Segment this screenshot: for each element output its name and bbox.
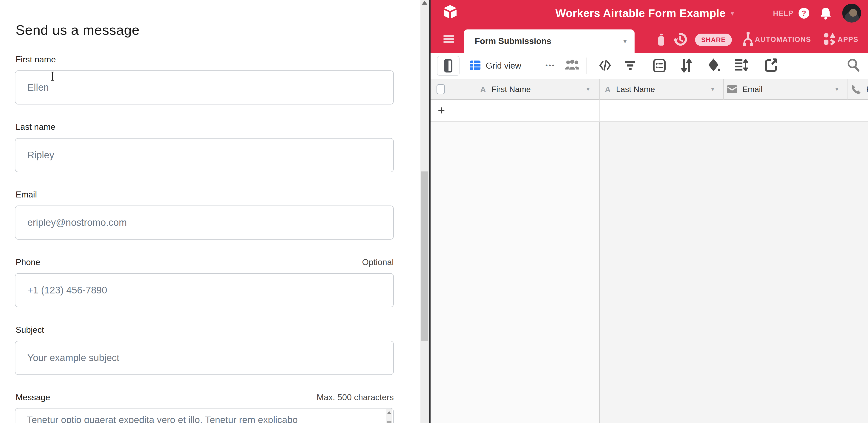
subject-label: Subject (16, 325, 44, 335)
last-name-label: Last name (16, 122, 55, 132)
subject-input[interactable]: Your example subject (15, 341, 394, 375)
base-title-menu[interactable]: Workers Airtable Form Example ▾ (555, 0, 734, 27)
form-heading: Send us a message (16, 22, 140, 38)
apps-button[interactable]: APPS (838, 27, 858, 53)
filter-bar (625, 61, 635, 63)
sidebar-menu-icon[interactable] (443, 35, 454, 43)
column-divider[interactable] (599, 79, 599, 100)
column-label: Last Name (616, 85, 655, 94)
column-label: P (866, 85, 868, 94)
hamburger-bar (443, 38, 454, 40)
column-divider[interactable] (847, 79, 848, 100)
text-field-type-icon: A (605, 85, 611, 94)
view-switcher[interactable]: Grid view (486, 53, 521, 79)
grid-empty-area-left (431, 122, 599, 423)
chevron-down-icon[interactable]: ▾ (587, 86, 590, 92)
add-row[interactable]: + (431, 100, 868, 122)
ellipsis-icon: ••• (546, 62, 555, 69)
history-icon[interactable] (674, 32, 687, 47)
notifications-bell-icon[interactable] (820, 7, 831, 20)
help-label: HELP (773, 9, 794, 18)
column-header-last-name[interactable]: A Last Name (605, 79, 655, 100)
chevron-down-icon[interactable]: ▾ (835, 86, 839, 92)
column-header-first-name[interactable]: A First Name (480, 79, 531, 100)
base-title: Workers Airtable Form Example (555, 7, 725, 20)
filter-bar (629, 68, 631, 70)
phone-input[interactable]: +1 (123) 456-7890 (15, 273, 394, 307)
search-icon[interactable] (847, 58, 860, 72)
filter-bar (627, 64, 633, 66)
collaborators-icon[interactable] (565, 59, 580, 71)
apps-icon[interactable] (824, 32, 836, 46)
screen: Send us a message First name Ellen Last … (0, 0, 868, 423)
last-name-placeholder: Ripley (27, 150, 54, 161)
share-label: SHARE (701, 36, 726, 44)
view-sidebar-toggle-button[interactable] (437, 56, 460, 76)
message-text: Tenetur optio quaerat expedita vero et i… (27, 415, 298, 423)
message-textarea[interactable]: Tenetur optio quaerat expedita vero et i… (15, 408, 394, 423)
help-question-icon[interactable]: ? (799, 8, 809, 19)
chevron-down-icon: ▾ (731, 10, 734, 17)
hamburger-bar (443, 41, 454, 43)
pane-divider[interactable] (429, 0, 431, 423)
page-scrollbar-thumb[interactable] (421, 172, 428, 341)
scroll-up-icon[interactable] (387, 411, 391, 414)
sidebar-panel-icon (444, 59, 453, 72)
phone-field-type-icon (851, 84, 862, 95)
message-scrollbar-thumb[interactable] (387, 421, 392, 423)
page-scrollbar[interactable] (421, 0, 429, 423)
email-field-type-icon (727, 85, 737, 93)
group-icon[interactable] (653, 59, 665, 72)
view-name: Grid view (486, 61, 521, 71)
share-view-icon[interactable] (765, 58, 777, 72)
form-pane: Send us a message First name Ellen Last … (0, 0, 421, 423)
message-label: Message (16, 393, 50, 402)
row-height-icon[interactable] (735, 59, 748, 71)
column-divider[interactable] (723, 79, 724, 100)
chevron-down-icon: ▾ (623, 38, 627, 44)
message-maxchars-note: Max. 500 characters (279, 393, 394, 402)
airtable-logo-icon[interactable] (442, 4, 458, 22)
filter-icon[interactable] (625, 61, 635, 71)
phone-label: Phone (16, 258, 40, 267)
first-name-input[interactable]: Ellen (15, 70, 394, 104)
trash-icon[interactable] (657, 33, 665, 46)
tab-form-submissions[interactable]: Form Submissions ▾ (464, 29, 634, 53)
automations-label: AUTOMATIONS (755, 35, 811, 44)
subject-placeholder: Your example subject (27, 352, 119, 363)
share-button[interactable]: SHARE (695, 34, 732, 46)
add-record-plus-icon[interactable]: + (438, 104, 445, 116)
column-header-email[interactable]: Email (727, 79, 763, 100)
toolbar-divider (587, 58, 587, 74)
chevron-down-icon[interactable]: ▾ (711, 86, 714, 92)
view-options-button[interactable]: ••• (546, 53, 555, 78)
hide-fields-icon[interactable] (599, 59, 612, 72)
sort-icon[interactable] (680, 58, 692, 73)
help-menu[interactable]: HELP (773, 0, 794, 27)
column-header-phone[interactable]: P (851, 79, 868, 100)
automations-icon[interactable] (742, 32, 754, 47)
grid-empty-area-right (600, 122, 868, 423)
column-label: Email (742, 85, 763, 94)
email-input[interactable]: eripley@nostromo.com (15, 206, 394, 240)
automations-button[interactable]: AUTOMATIONS (755, 27, 811, 53)
message-scrollbar[interactable] (386, 409, 392, 423)
email-placeholder: eripley@nostromo.com (27, 217, 127, 228)
phone-placeholder: +1 (123) 456-7890 (27, 285, 107, 296)
text-cursor-icon (50, 71, 55, 81)
column-divider (599, 100, 599, 121)
text-field-type-icon: A (480, 85, 486, 94)
select-all-checkbox[interactable] (437, 84, 445, 94)
email-label: Email (16, 190, 37, 200)
color-icon[interactable] (707, 58, 721, 73)
grid-view-icon (470, 61, 480, 70)
question-glyph: ? (802, 9, 806, 18)
apps-label: APPS (838, 35, 858, 44)
scroll-up-icon[interactable] (422, 1, 427, 5)
table-tab-label: Form Submissions (475, 36, 551, 46)
column-label: First Name (492, 85, 531, 94)
last-name-input[interactable]: Ripley (15, 138, 394, 172)
first-name-label: First name (16, 55, 56, 64)
hamburger-bar (443, 35, 454, 37)
user-avatar[interactable] (842, 4, 861, 23)
